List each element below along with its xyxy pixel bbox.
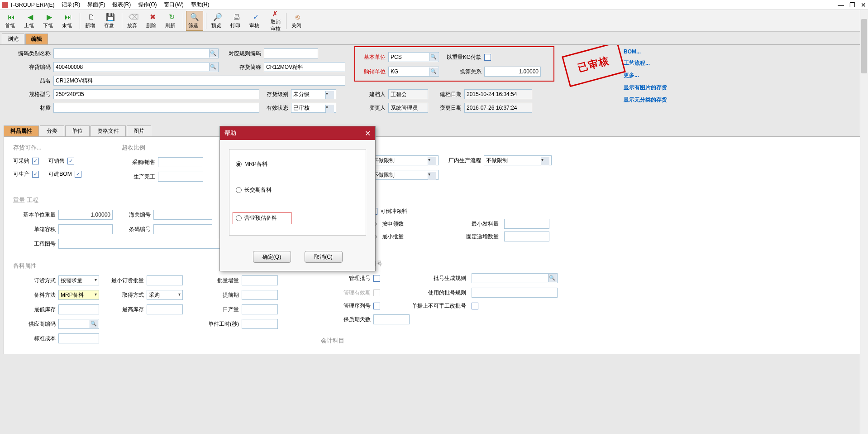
scrollbar-thumb[interactable] [861, 19, 867, 73]
no-manual-checkbox[interactable] [472, 303, 478, 309]
stock-short-field[interactable]: CR12MOV精料 [264, 62, 345, 72]
link-process[interactable]: 工艺流程... [624, 59, 667, 67]
can-bom-checkbox[interactable]: ✓ [75, 171, 81, 178]
fixed-inc-field[interactable] [504, 231, 549, 241]
spec-label: 规格型号 [4, 91, 53, 98]
prep-method-field[interactable]: MRP备料 [58, 290, 99, 300]
buy-sell-field[interactable] [158, 157, 203, 167]
min-issue-field[interactable] [504, 219, 549, 229]
toolbar-icon: ⏮ [7, 13, 16, 22]
material-field[interactable] [53, 103, 259, 113]
tab-浏览[interactable]: 浏览 [2, 34, 24, 44]
reversible-checkbox[interactable] [371, 208, 377, 215]
max-stock-field[interactable] [147, 304, 183, 314]
nolimit1-field[interactable]: 不做限制 [371, 155, 439, 165]
menu-record[interactable]: 记录(R) [62, 1, 80, 9]
base-wt-field[interactable]: 1.00000 [58, 210, 113, 220]
link-no-category[interactable]: 显示无分类的存货 [624, 96, 667, 104]
spec-field[interactable]: 250*240*35 [53, 89, 259, 99]
base-unit-field[interactable]: PCS🔍 [388, 52, 439, 62]
close-icon[interactable]: ✕ [861, 1, 866, 9]
batch-rule-field[interactable]: 🔍 [472, 273, 558, 283]
subtab-图片[interactable]: 图片 [127, 125, 151, 136]
nolimit2-field[interactable]: 不做限制 [371, 170, 439, 180]
tbtn-放弃[interactable]: ⌫放弃 [125, 11, 142, 31]
tbtn-上笔[interactable]: ◀上笔 [22, 11, 39, 31]
acq-field[interactable]: 采购 [147, 290, 183, 300]
std-cost-field[interactable] [58, 333, 99, 343]
min-order-field[interactable] [147, 275, 183, 285]
lead-field[interactable] [242, 290, 278, 300]
unit-sec-label: 单件工时(秒) [183, 320, 242, 328]
code-cat-field[interactable]: 🔍 [53, 48, 219, 58]
draw-field[interactable] [58, 239, 353, 249]
rule-code-field[interactable] [264, 48, 318, 58]
tbtn-关闭[interactable]: ⎋关闭 [289, 11, 306, 31]
minimize-icon[interactable]: — [838, 1, 844, 9]
order-way-field[interactable]: 按需求量 [58, 275, 99, 285]
link-bom[interactable]: BOM... [624, 48, 667, 55]
tbtn-删除[interactable]: ✖删除 [144, 11, 161, 31]
tbtn-新增[interactable]: 🗋新增 [83, 11, 100, 31]
link-with-image[interactable]: 显示有图片的存货 [624, 84, 667, 92]
subtab-单位[interactable]: 单位 [65, 125, 90, 136]
customs-field[interactable] [153, 210, 212, 220]
by-req-radio[interactable] [371, 221, 377, 227]
tbtn-存盘[interactable]: 💾存盘 [102, 11, 119, 31]
weight-pay-checkbox[interactable] [484, 54, 491, 61]
shelf-field[interactable] [373, 314, 410, 324]
stock-code-field[interactable]: 400400008🔍 [53, 62, 219, 72]
tbtn-刷新[interactable]: ↻刷新 [163, 11, 180, 31]
can-prod-checkbox[interactable]: ✓ [32, 171, 39, 178]
code-cat-label: 编码类别名称 [4, 50, 53, 58]
batch-inc-field[interactable] [242, 275, 278, 285]
restore-icon[interactable]: ❐ [849, 1, 855, 9]
tbtn-首笔[interactable]: ⏮首笔 [3, 11, 20, 31]
modify-date-label: 变更日期 [428, 104, 464, 112]
min-stock-field[interactable] [58, 304, 99, 314]
status-field[interactable]: 已审核 [291, 103, 336, 113]
tbtn-预览[interactable]: 🔎预览 [209, 11, 226, 31]
tab-编辑[interactable]: 编辑 [25, 34, 48, 44]
tbtn-筛选[interactable]: 🔍筛选 [186, 11, 203, 31]
main-tabs: 浏览编辑 [0, 32, 868, 45]
menu-window[interactable]: 窗口(W) [164, 1, 183, 9]
subtab-分类[interactable]: 分类 [40, 125, 64, 136]
barcode-field[interactable] [153, 224, 212, 234]
menu-action[interactable]: 操作(O) [138, 1, 157, 9]
name-field[interactable]: CR12MOV精料 [53, 76, 345, 86]
prod-done-field[interactable] [158, 172, 203, 182]
tbtn-取消审核[interactable]: ✗取消审核 [266, 11, 283, 31]
modifier-field: 系统管理员 [388, 103, 428, 113]
tbtn-打印[interactable]: 🖶打印 [228, 11, 245, 31]
toolbar: ⏮首笔◀上笔▶下笔⏭末笔🗋新增💾存盘⌫放弃✖删除↻刷新🔍筛选🔎预览🖶打印✓审核✗… [0, 10, 868, 32]
unit-sec-field[interactable] [242, 319, 278, 329]
fac-flow-field[interactable]: 不做限制 [484, 155, 552, 165]
mgmt-valid-checkbox [373, 289, 380, 296]
used-rule-field[interactable] [472, 288, 558, 298]
box-cap-field[interactable] [58, 224, 113, 234]
can-bom-label: 可建BOM [48, 170, 72, 178]
can-buy-checkbox[interactable]: ✓ [32, 158, 39, 164]
app-icon [2, 2, 8, 8]
mgmt-batch-checkbox[interactable] [373, 275, 380, 282]
menu-ui[interactable]: 界面(F) [87, 1, 105, 9]
stock-level-field[interactable]: 未分级 [291, 89, 336, 99]
subtab-资格文件[interactable]: 资格文件 [91, 125, 126, 136]
convert-field[interactable]: 1.00000 [484, 67, 541, 77]
tbtn-下笔[interactable]: ▶下笔 [41, 11, 58, 31]
can-sell-checkbox[interactable]: ✓ [67, 158, 74, 164]
supplier-field[interactable]: 🔍 [58, 319, 99, 329]
subtab-料品属性[interactable]: 料品属性 [4, 125, 39, 136]
link-more[interactable]: 更多... [624, 72, 667, 79]
daily-field[interactable] [242, 304, 278, 314]
tbtn-末笔[interactable]: ⏭末笔 [60, 11, 77, 31]
creator-field: 王碧会 [388, 89, 428, 99]
menu-report[interactable]: 报表(R) [112, 1, 131, 9]
sale-unit-field[interactable]: KG🔍 [388, 67, 439, 77]
menu-help[interactable]: 帮助(H) [191, 1, 210, 9]
tbtn-审核[interactable]: ✓审核 [247, 11, 264, 31]
mgmt-serial-checkbox[interactable] [373, 303, 380, 309]
vertical-scrollbar[interactable] [860, 10, 868, 434]
by-min-radio[interactable] [371, 234, 377, 240]
